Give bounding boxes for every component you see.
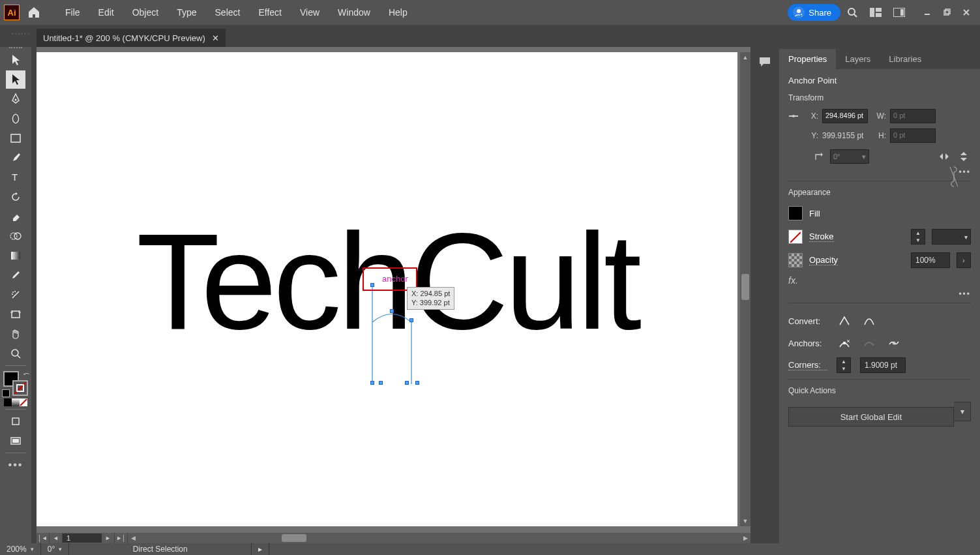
menu-help[interactable]: Help bbox=[379, 7, 417, 18]
transform-more-options[interactable]: ••• bbox=[788, 168, 971, 177]
search-icon[interactable] bbox=[840, 1, 864, 24]
vscroll-thumb[interactable] bbox=[741, 274, 749, 300]
arrange-docs-icon[interactable] bbox=[864, 1, 887, 24]
zoom-tool[interactable] bbox=[6, 344, 25, 363]
home-icon[interactable] bbox=[25, 3, 43, 22]
svg-rect-11 bbox=[945, 9, 950, 14]
remove-anchor-icon[interactable] bbox=[837, 335, 852, 351]
corners-stepper[interactable]: ▲▼ bbox=[837, 357, 851, 373]
default-fill-stroke-icon[interactable] bbox=[2, 389, 10, 397]
vertical-scrollbar[interactable]: ▲ ▼ bbox=[740, 52, 750, 526]
symbol-sprayer-tool[interactable] bbox=[6, 286, 25, 304]
screen-mode[interactable] bbox=[6, 432, 25, 450]
artboard-tool[interactable] bbox=[6, 305, 25, 323]
edit-toolbar[interactable]: ••• bbox=[6, 456, 25, 474]
next-artboard-icon[interactable]: ► bbox=[102, 533, 115, 543]
constrain-proportions-icon[interactable] bbox=[949, 166, 959, 188]
last-artboard-icon[interactable]: ►│ bbox=[115, 533, 128, 543]
menu-type[interactable]: Type bbox=[168, 7, 205, 18]
curvature-tool[interactable] bbox=[6, 110, 25, 128]
paintbrush-tool[interactable] bbox=[6, 149, 25, 167]
workspace-switcher-icon[interactable] bbox=[887, 1, 911, 24]
tab-layers[interactable]: Layers bbox=[836, 49, 880, 69]
window-restore[interactable] bbox=[937, 5, 957, 20]
shape-builder-tool[interactable] bbox=[6, 227, 25, 245]
opacity-dropdown-icon[interactable]: › bbox=[957, 252, 971, 268]
fill-swatch-button[interactable] bbox=[788, 206, 803, 220]
flip-vertical-icon[interactable] bbox=[957, 149, 971, 164]
y-input[interactable]: 399.9155 pt bbox=[822, 131, 868, 140]
color-mode-row[interactable] bbox=[4, 398, 27, 406]
rotate-tool[interactable] bbox=[6, 188, 25, 206]
flip-horizontal-icon[interactable] bbox=[937, 149, 951, 164]
reference-point-icon[interactable] bbox=[788, 111, 800, 121]
svg-line-28 bbox=[15, 383, 26, 394]
share-button[interactable]: Share bbox=[788, 4, 840, 21]
opacity-input[interactable]: 100% bbox=[911, 252, 950, 268]
view-rotation[interactable]: 0°▾ bbox=[41, 543, 69, 555]
corners-input[interactable]: 1.9009 pt bbox=[860, 357, 906, 373]
prev-artboard-icon[interactable]: ◄ bbox=[50, 533, 63, 543]
artboard-number[interactable]: 1 bbox=[63, 533, 102, 543]
fill-stroke-swatch[interactable]: ⤺ bbox=[3, 371, 28, 396]
menu-effect[interactable]: Effect bbox=[249, 7, 291, 18]
document-tab[interactable]: Untitled-1* @ 200 % (CMYK/CPU Preview) ✕ bbox=[37, 29, 226, 47]
zoom-level[interactable]: 200%▾ bbox=[0, 543, 41, 555]
eyedropper-tool[interactable] bbox=[6, 266, 25, 284]
horizontal-scrollbar[interactable] bbox=[138, 533, 740, 543]
tab-close-icon[interactable]: ✕ bbox=[212, 33, 219, 43]
svg-point-18 bbox=[14, 233, 21, 239]
chevron-down-icon[interactable]: ▾ bbox=[862, 153, 866, 161]
hscroll-thumb[interactable] bbox=[282, 534, 306, 542]
rectangle-tool[interactable] bbox=[6, 129, 25, 147]
opacity-swatch bbox=[788, 253, 803, 267]
first-artboard-icon[interactable]: │◄ bbox=[37, 533, 50, 543]
menu-view[interactable]: View bbox=[291, 7, 329, 18]
menu-edit[interactable]: Edit bbox=[89, 7, 123, 18]
selection-tool[interactable] bbox=[6, 51, 25, 69]
cut-path-icon[interactable] bbox=[886, 335, 902, 351]
type-tool[interactable]: T bbox=[6, 168, 25, 187]
status-menu-icon[interactable]: ▸ bbox=[252, 543, 269, 555]
x-input[interactable]: 294.8496 pt bbox=[822, 109, 868, 123]
stroke-weight-stepper[interactable]: ▲▼ bbox=[911, 229, 925, 245]
corners-label[interactable]: Corners: bbox=[788, 360, 827, 370]
stroke-label[interactable]: Stroke bbox=[809, 232, 834, 242]
menu-file[interactable]: File bbox=[56, 7, 89, 18]
tabstrip-grip[interactable]: ······ bbox=[12, 30, 31, 37]
direct-selection-tool[interactable] bbox=[6, 70, 25, 89]
tab-libraries[interactable]: Libraries bbox=[880, 49, 930, 69]
pen-tool[interactable] bbox=[6, 90, 25, 108]
draw-mode-normal[interactable] bbox=[6, 412, 25, 430]
chevron-down-icon[interactable]: ▾ bbox=[59, 546, 62, 552]
menu-select[interactable]: Select bbox=[206, 7, 250, 18]
swap-fill-stroke-icon[interactable]: ⤺ bbox=[23, 370, 29, 378]
hscroll-left-icon[interactable]: ◀ bbox=[128, 533, 138, 543]
window-close[interactable] bbox=[957, 5, 976, 20]
menu-object[interactable]: Object bbox=[123, 7, 168, 18]
scroll-up-icon[interactable]: ▲ bbox=[740, 52, 750, 63]
opacity-label[interactable]: Opacity bbox=[809, 255, 838, 265]
global-edit-options-icon[interactable]: ▾ bbox=[954, 402, 971, 421]
convert-corner-icon[interactable] bbox=[837, 313, 852, 329]
menu-window[interactable]: Window bbox=[329, 7, 379, 18]
appearance-more-options[interactable]: ••• bbox=[788, 290, 971, 299]
start-global-edit-button[interactable]: Start Global Edit bbox=[788, 407, 954, 427]
stroke-swatch[interactable] bbox=[12, 380, 28, 396]
artboard[interactable]: TechCult anchor X: 294.85 pt bbox=[37, 52, 737, 526]
stroke-swatch-button[interactable] bbox=[788, 230, 803, 244]
rotate-input[interactable]: 0°▾ bbox=[830, 149, 869, 164]
hand-tool[interactable] bbox=[6, 325, 25, 343]
hscroll-right-icon[interactable]: ▶ bbox=[740, 533, 750, 543]
chevron-down-icon[interactable]: ▾ bbox=[31, 546, 34, 552]
stroke-weight-dropdown[interactable]: ▾ bbox=[932, 229, 971, 245]
tab-properties[interactable]: Properties bbox=[779, 49, 836, 69]
convert-smooth-icon[interactable] bbox=[861, 313, 877, 329]
eraser-tool[interactable] bbox=[6, 207, 25, 226]
gradient-tool[interactable] bbox=[6, 247, 25, 265]
window-minimize[interactable] bbox=[917, 5, 937, 20]
comments-panel-icon[interactable] bbox=[753, 51, 777, 73]
fx-button[interactable]: fx. bbox=[788, 275, 971, 286]
canvas[interactable]: TechCult anchor X: 294.85 pt bbox=[37, 47, 750, 533]
scroll-down-icon[interactable]: ▼ bbox=[740, 516, 750, 526]
